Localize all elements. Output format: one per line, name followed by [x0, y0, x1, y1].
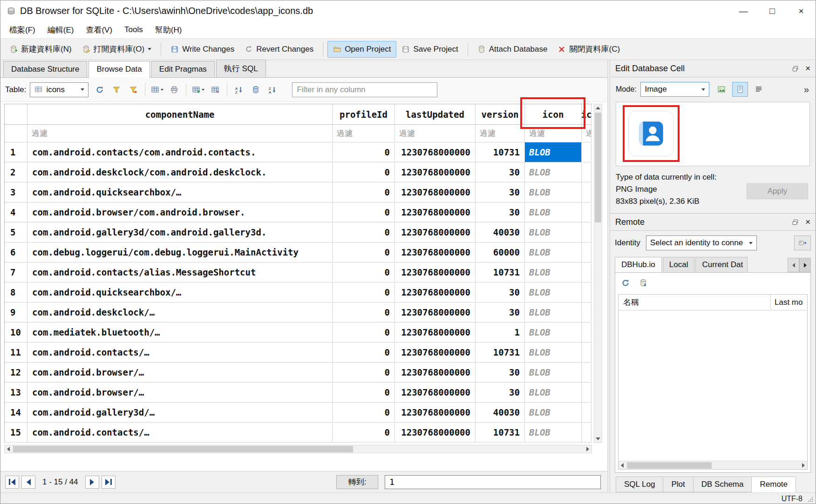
row-number[interactable]: 14 [5, 403, 27, 423]
cell-componentName[interactable]: com.android.deskclock/com.android.deskcl… [27, 162, 333, 182]
row-number[interactable]: 3 [5, 182, 27, 202]
cell-version[interactable]: 10731 [476, 343, 525, 363]
cell-componentName[interactable]: com.android.browser/… [27, 383, 333, 403]
cell-lastUpdated[interactable]: 1230768000000 [395, 323, 476, 343]
cell-profileId[interactable]: 0 [333, 403, 395, 423]
column-header-extra[interactable]: ic [582, 104, 592, 125]
remote-tab-1[interactable]: Local [663, 257, 695, 272]
minimize-button[interactable]: — [729, 0, 758, 21]
row-number[interactable]: 8 [5, 282, 27, 302]
open-project-button[interactable]: Open Project [327, 41, 396, 58]
revert-changes-button[interactable]: Revert Changes [239, 41, 319, 57]
cell-icon[interactable]: BLOB [525, 343, 582, 363]
cell-extra[interactable] [582, 182, 592, 202]
cell-extra[interactable] [582, 222, 592, 242]
cell-version[interactable]: 40030 [476, 222, 525, 242]
scroll-left-button[interactable] [5, 445, 12, 453]
corner-header[interactable] [5, 104, 27, 125]
close-panel-icon[interactable]: × [805, 217, 810, 227]
sort-desc-button[interactable]: ZA [265, 82, 280, 97]
mode-selector[interactable]: Image [640, 82, 709, 97]
cell-icon[interactable]: BLOB [525, 182, 582, 202]
cell-icon[interactable]: BLOB [525, 222, 582, 242]
cell-componentName[interactable]: com.mediatek.bluetooth/… [27, 323, 333, 343]
refresh-remote-button[interactable] [619, 276, 632, 289]
main-tab-3[interactable]: 執行 SQL [216, 60, 266, 77]
row-number[interactable]: 7 [5, 262, 27, 282]
cell-icon[interactable]: BLOB [525, 242, 582, 262]
remote-tab-0[interactable]: DBHub.io [615, 257, 662, 272]
save-filter-button[interactable] [126, 82, 141, 97]
horizontal-scrollbar[interactable] [4, 445, 592, 453]
cell-extra[interactable] [582, 202, 592, 222]
cell-version[interactable]: 30 [476, 363, 525, 383]
encoding-label[interactable]: UTF-8 [782, 495, 802, 503]
filter-input-profileId[interactable]: 過濾 [333, 125, 395, 142]
row-number[interactable]: 9 [5, 302, 27, 323]
cell-componentName[interactable]: com.android.browser/… [27, 363, 333, 383]
scroll-left-button[interactable] [619, 462, 626, 469]
cell-componentName[interactable]: com.android.deskclock/… [27, 302, 333, 323]
remote-horizontal-scrollbar[interactable] [619, 461, 807, 469]
cell-extra[interactable] [582, 142, 592, 162]
cell-profileId[interactable]: 0 [333, 202, 395, 222]
cell-icon[interactable]: BLOB [525, 262, 582, 282]
cell-version[interactable]: 10731 [476, 142, 525, 162]
row-number[interactable]: 2 [5, 162, 27, 182]
cell-componentName[interactable]: com.android.quicksearchbox/… [27, 182, 333, 202]
menu-item-3[interactable]: Tools [118, 23, 149, 37]
cell-extra[interactable] [582, 383, 592, 403]
menu-item-2[interactable]: 查看(V) [80, 22, 118, 38]
row-number[interactable]: 1 [5, 142, 27, 162]
cell-icon[interactable]: BLOB [525, 302, 582, 323]
float-panel-icon[interactable] [791, 218, 800, 226]
cell-componentName[interactable]: com.android.gallery3d/… [27, 403, 333, 423]
cell-componentName[interactable]: com.android.browser/com.android.browser. [27, 202, 333, 222]
dock-tab-1[interactable]: Plot [663, 477, 693, 492]
menu-item-0[interactable]: 檔案(F) [3, 22, 41, 38]
cell-icon[interactable]: BLOB [525, 363, 582, 383]
cell-lastUpdated[interactable]: 1230768000000 [395, 363, 476, 383]
cell-profileId[interactable]: 0 [333, 282, 395, 302]
attach-database-button[interactable]: Attach Database [472, 41, 553, 57]
cell-image-preview[interactable] [628, 111, 674, 156]
cell-version[interactable]: 30 [476, 182, 525, 202]
clone-database-button[interactable] [637, 276, 650, 289]
last-record-button[interactable] [102, 476, 116, 489]
cell-lastUpdated[interactable]: 1230768000000 [395, 242, 476, 262]
cell-profileId[interactable]: 0 [333, 162, 395, 182]
cell-version[interactable]: 1 [476, 323, 525, 343]
cell-extra[interactable] [582, 423, 592, 443]
row-number[interactable]: 10 [5, 323, 27, 343]
print-button[interactable] [167, 82, 182, 97]
new-database-button[interactable]: 新建資料庫(N) [4, 40, 77, 58]
goto-button[interactable]: 轉到: [336, 475, 378, 489]
cell-extra[interactable] [582, 403, 592, 423]
resize-grip-icon[interactable] [806, 495, 815, 504]
cell-version[interactable]: 30 [476, 383, 525, 403]
cell-lastUpdated[interactable]: 1230768000000 [395, 403, 476, 423]
previous-record-button[interactable] [21, 476, 35, 489]
row-number[interactable]: 4 [5, 202, 27, 222]
database-view-button[interactable] [248, 82, 263, 97]
column-header-icon[interactable]: icon [525, 104, 582, 125]
main-tab-0[interactable]: Database Structure [3, 61, 87, 77]
column-header-profileId[interactable]: profileId [333, 104, 395, 125]
vertical-scrollbar-thumb[interactable] [595, 113, 601, 222]
identity-selector[interactable]: Select an identity to conne [646, 235, 757, 250]
menu-item-1[interactable]: 編輯(E) [41, 22, 80, 38]
cell-version[interactable]: 60000 [476, 242, 525, 262]
word-wrap-button[interactable] [751, 82, 767, 97]
cell-componentName[interactable]: com.android.contacts/… [27, 423, 333, 443]
scroll-right-button[interactable] [584, 445, 592, 453]
close-button[interactable]: × [787, 0, 816, 21]
cell-lastUpdated[interactable]: 1230768000000 [395, 343, 476, 363]
cell-version[interactable]: 30 [476, 162, 525, 182]
column-header-version[interactable]: version [476, 104, 525, 125]
maximize-button[interactable]: □ [758, 0, 787, 21]
cell-version[interactable]: 40030 [476, 403, 525, 423]
cell-lastUpdated[interactable]: 1230768000000 [395, 282, 476, 302]
row-number[interactable]: 11 [5, 343, 27, 363]
cell-lastUpdated[interactable]: 1230768000000 [395, 202, 476, 222]
clear-filters-button[interactable] [109, 82, 124, 97]
